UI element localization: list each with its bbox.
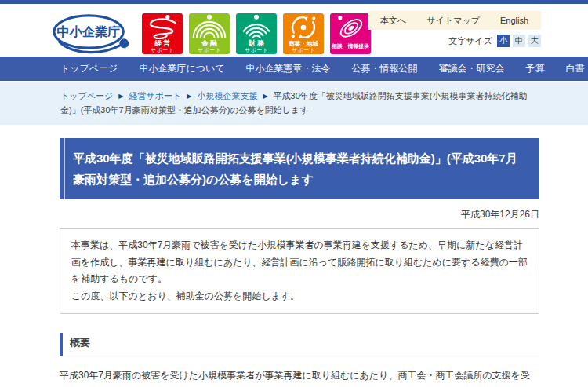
page-title: 平成30年度「被災地域販路開拓支援事業(小規模事業者持続化補助金)」(平成30年… (60, 138, 539, 199)
nav-item-budget[interactable]: 予算 (526, 62, 545, 75)
nav-item-charter-law[interactable]: 中小企業憲章・法令 (246, 62, 331, 75)
cycle-arrows-icon (283, 13, 324, 40)
font-size-control: 文字サイズ 小 中 大 (448, 35, 541, 47)
intro-paragraph: 本事業は、平成30年7月豪雨で被害を受けた小規模事業者の事業再建を支援するため、… (71, 237, 528, 288)
tile-commerce-region-support[interactable]: 商業・地域 サポート (283, 13, 324, 54)
tile-label: 商業・地域 (289, 40, 318, 47)
font-size-large-button[interactable]: 大 (528, 35, 541, 47)
main-content: 平成30年度「被災地域販路開拓支援事業(小規模事業者持続化補助金)」(平成30年… (60, 138, 539, 387)
global-nav: トップページ 中小企業庁について 中小企業憲章・法令 公募・情報公開 審議会・研… (0, 57, 588, 82)
tile-finance-support[interactable]: 金融 サポート (189, 13, 230, 54)
tile-sublabel: サポート (244, 47, 268, 53)
nav-item-councils[interactable]: 審議会・研究会 (439, 62, 505, 75)
agency-logo-icon: 中小企業庁 (50, 12, 135, 57)
overview-paragraph: 平成30年7月豪雨の被害を受けた小規模事業者が事業再建に取り組むにあたり、商工会… (60, 367, 539, 387)
utility-bar: 本文へ サイトマップ English (368, 11, 541, 30)
signal-arcs-icon (236, 13, 277, 40)
breadcrumb-separator-icon: ▶ (181, 93, 197, 100)
tile-label: 相談・情報提供 (332, 42, 369, 49)
spiral-galaxy-icon (330, 13, 371, 40)
support-tiles: 経営 サポート 金融 サポート 財務 サポート (142, 13, 371, 54)
font-size-small-button[interactable]: 小 (497, 35, 510, 47)
tile-label: 経営 (153, 40, 172, 47)
tornado-icon (142, 13, 183, 40)
skip-to-content-link[interactable]: 本文へ (380, 15, 406, 27)
site-header: 中小企業庁 経営 サポート 金融 サポート (0, 4, 588, 57)
tile-sublabel: サポート (291, 47, 315, 53)
agency-logo-text: 中小企業庁 (57, 24, 121, 38)
agency-logo[interactable]: 中小企業庁 (50, 12, 135, 54)
breadcrumb-separator-icon: ▶ (113, 93, 129, 100)
section-overview: 概要 平成30年7月豪雨の被害を受けた小規模事業者が事業再建に取り組むにあたり、… (60, 333, 539, 387)
tile-label: 財務 (247, 40, 266, 47)
section-heading-overview: 概要 (60, 333, 539, 356)
sitemap-link[interactable]: サイトマップ (426, 15, 480, 27)
breadcrumb-separator-icon: ▶ (257, 93, 273, 100)
nav-item-public-offering[interactable]: 公募・情報公開 (352, 62, 418, 75)
breadcrumb-link-small-business-support[interactable]: 小規模企業支援 (197, 91, 257, 100)
breadcrumb: トップページ▶経営サポート▶小規模企業支援▶平成30年度「被災地域販路開拓支援事… (0, 82, 588, 125)
breadcrumb-link-management-support[interactable]: 経営サポート (129, 91, 181, 100)
tile-sublabel: サポート (197, 47, 221, 53)
english-link[interactable]: English (500, 16, 528, 25)
tile-management-support[interactable]: 経営 サポート (142, 13, 183, 54)
nav-item-top[interactable]: トップページ (60, 62, 118, 75)
intro-paragraph: この度、以下のとおり、補助金の公募を開始します。 (71, 288, 528, 305)
font-size-label: 文字サイズ (448, 35, 492, 47)
intro-summary-box: 本事業は、平成30年7月豪雨で被害を受けた小規模事業者の事業再建を支援するため、… (60, 228, 539, 313)
tile-sublabel: サポート (150, 47, 174, 53)
tile-fiscal-support[interactable]: 財務 サポート (236, 13, 277, 54)
breadcrumb-link-top[interactable]: トップページ (60, 91, 113, 100)
font-size-medium-button[interactable]: 中 (513, 35, 525, 47)
nav-item-whitepaper-stats[interactable]: 白書・統計情報 (566, 62, 588, 75)
publish-date: 平成30年12月26日 (60, 208, 539, 221)
nav-item-about[interactable]: 中小企業庁について (139, 62, 224, 75)
tile-consultation-info[interactable]: 相談・情報提供 (330, 13, 371, 54)
tile-label: 金融 (200, 40, 219, 47)
fan-arcs-icon (189, 13, 230, 40)
